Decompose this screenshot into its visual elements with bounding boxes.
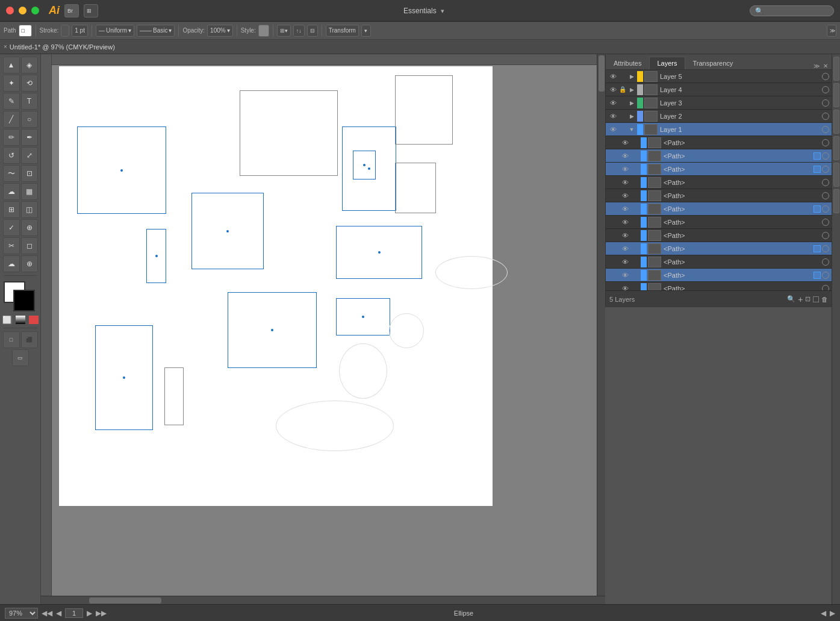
path-rect-5[interactable] <box>353 151 376 179</box>
path-rect-8[interactable] <box>336 298 390 335</box>
path-7-target[interactable] <box>822 219 829 226</box>
path-8-row[interactable]: 👁 <Path> <box>606 229 832 242</box>
stroke-weight-input[interactable]: 1 pt <box>72 25 88 37</box>
path-ellipse-2[interactable] <box>389 313 424 348</box>
toggle-artboards[interactable]: ◀ <box>821 609 826 617</box>
path-5-visibility[interactable]: 👁 <box>620 192 630 199</box>
change-screen-mode[interactable]: ▭ <box>12 349 29 366</box>
stroke-color-swatch[interactable] <box>61 25 69 37</box>
path-ellipse-1[interactable] <box>435 256 508 289</box>
draw-behind[interactable]: ⬛ <box>21 331 38 348</box>
panel-strip-1[interactable] <box>833 57 839 81</box>
layer-2-visibility[interactable]: 👁 <box>608 113 618 120</box>
path-5-target[interactable] <box>822 192 829 199</box>
stroke-profile[interactable]: —— Basic ▾ <box>137 25 175 37</box>
path-10-row[interactable]: 👁 <Path> <box>606 255 832 269</box>
path-7-visibility[interactable]: 👁 <box>620 219 630 226</box>
path-rect-3[interactable] <box>146 229 166 283</box>
path-11-row[interactable]: 👁 <Path> <box>606 269 832 282</box>
layer-5-visibility[interactable]: 👁 <box>608 73 618 80</box>
shape-tool[interactable]: ○ <box>21 111 38 128</box>
path-10-target[interactable] <box>822 258 829 266</box>
pencil-tool[interactable]: ✒ <box>21 129 38 146</box>
panel-strip-3[interactable] <box>833 110 839 134</box>
path-1-visibility[interactable]: 👁 <box>620 139 630 146</box>
transform-panel[interactable]: Transform <box>326 25 359 37</box>
layer-4-expand[interactable]: ▶ <box>627 87 636 93</box>
path-rect-gray-4[interactable] <box>164 367 184 425</box>
layer-2-expand[interactable]: ▶ <box>627 113 636 119</box>
path-rect-gray-3[interactable] <box>395 163 436 213</box>
path-5-row[interactable]: 👁 <Path> <box>606 189 832 202</box>
path-6-row[interactable]: 👁 <Path> <box>606 202 832 216</box>
path-ellipse-3[interactable] <box>339 343 387 399</box>
layer-4-row[interactable]: 👁 🔒 ▶ Layer 4 <box>606 83 832 96</box>
panel-strip-2[interactable] <box>833 83 839 107</box>
path-3-target[interactable] <box>822 166 829 173</box>
panel-menu-button[interactable]: ≫ <box>812 63 821 69</box>
symbol-sprayer-tool[interactable]: ☁ <box>3 183 20 200</box>
transparency-tab[interactable]: Transparency <box>685 57 741 69</box>
path-1-row[interactable]: 👁 <Path> <box>606 136 832 149</box>
hand-tool[interactable]: ☁ <box>3 255 20 272</box>
arrange-tools[interactable]: ↑↓ <box>293 25 305 37</box>
layer-1-row[interactable]: 👁 ▼ Layer 1 <box>606 123 832 136</box>
layer-1-target[interactable] <box>822 126 829 133</box>
layer-4-target[interactable] <box>822 86 829 93</box>
layer-3-target[interactable] <box>822 99 829 107</box>
path-8-target[interactable] <box>822 232 829 239</box>
warp-tool[interactable]: 〜 <box>3 165 20 182</box>
layer-2-row[interactable]: 👁 ▶ Layer 2 <box>606 110 832 123</box>
layer-1-expand[interactable]: ▼ <box>627 126 636 133</box>
next-page-button[interactable]: ▶▶ <box>96 609 107 617</box>
horizontal-scrollbar[interactable] <box>41 596 605 604</box>
distribute-tools[interactable]: ⊟ <box>307 25 318 37</box>
layer-4-lock[interactable]: 🔒 <box>618 86 627 93</box>
attributes-tab[interactable]: Attributes <box>606 57 649 69</box>
gradient-icon[interactable] <box>15 315 26 325</box>
zoom-select[interactable]: 97% 100% 50% <box>5 608 38 619</box>
panel-strip-5[interactable] <box>833 163 839 187</box>
panel-strip-6[interactable] <box>833 189 839 213</box>
free-transform-tool[interactable]: ⊡ <box>21 165 38 182</box>
layer-3-visibility[interactable]: 👁 <box>608 99 618 107</box>
path-3-visibility[interactable]: 👁 <box>620 166 630 173</box>
type-tool[interactable]: T <box>21 93 38 110</box>
path-6-visibility[interactable]: 👁 <box>620 205 630 213</box>
new-layer-button[interactable]: □ <box>813 294 819 305</box>
path-ellipse-4[interactable] <box>276 401 394 451</box>
next-button[interactable]: ▶ <box>87 609 92 617</box>
layer-1-visibility[interactable]: 👁 <box>608 126 618 133</box>
path-1-target[interactable] <box>822 139 829 146</box>
stroke-color[interactable] <box>13 290 35 311</box>
delete-layer-button[interactable]: 🗑 <box>821 296 828 303</box>
eraser-tool[interactable]: ◻ <box>21 237 38 254</box>
prev-button[interactable]: ◀ <box>56 609 61 617</box>
lasso-tool[interactable]: ⟲ <box>21 75 38 92</box>
path-4-visibility[interactable]: 👁 <box>620 179 630 186</box>
path-rect-1[interactable] <box>77 126 166 214</box>
path-3-row[interactable]: 👁 <Path> <box>606 163 832 176</box>
scale-tool[interactable]: ⤢ <box>21 147 38 164</box>
style-input[interactable] <box>258 25 269 37</box>
fill-color-swatch[interactable]: □ <box>19 25 32 37</box>
rotate-tool[interactable]: ↺ <box>3 147 20 164</box>
workspace-switcher[interactable]: ⊞ <box>84 4 98 17</box>
gradient-tool[interactable]: ◫ <box>21 201 38 218</box>
path-rect-2[interactable] <box>191 193 264 269</box>
path-11-visibility[interactable]: 👁 <box>620 272 630 279</box>
prev-page-button[interactable]: ◀◀ <box>42 609 52 617</box>
panel-close-button[interactable]: ✕ <box>822 63 829 69</box>
search-layers-icon[interactable]: 🔍 <box>787 295 795 303</box>
path-11-target[interactable] <box>822 272 829 279</box>
make-clipping-mask-button[interactable]: ⊡ <box>805 295 810 303</box>
search-input[interactable] <box>750 5 834 16</box>
bridge-button[interactable]: Br <box>64 4 79 17</box>
align-tools[interactable]: ⊞▾ <box>277 25 291 37</box>
pen-tool[interactable]: ✎ <box>3 93 20 110</box>
blend-tool[interactable]: ⊕ <box>21 219 38 236</box>
path-rect-7[interactable] <box>95 325 153 430</box>
path-2-visibility[interactable]: 👁 <box>620 152 630 160</box>
panel-strip-4[interactable] <box>833 136 839 160</box>
minimize-button[interactable] <box>19 7 26 14</box>
